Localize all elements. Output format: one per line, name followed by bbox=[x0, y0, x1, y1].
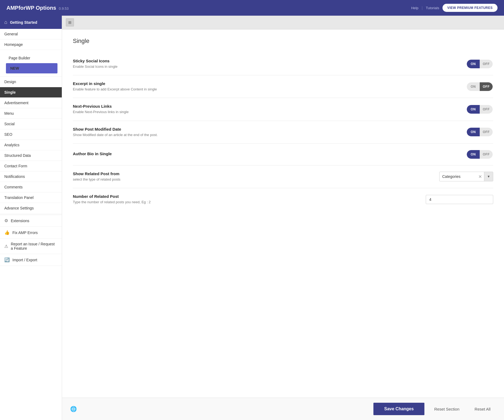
sidebar-link-contact-form[interactable]: Contact Form bbox=[0, 161, 62, 171]
related-post-label-group: Show Related Post from select the type o… bbox=[73, 171, 428, 182]
sidebar-item-design[interactable]: Design bbox=[0, 77, 62, 87]
author-bio-toggle[interactable]: ON OFF bbox=[466, 150, 493, 159]
header-divider: | bbox=[422, 6, 423, 10]
sidebar-item-structured-data[interactable]: Structured Data bbox=[0, 150, 62, 161]
sidebar-item-page-builder[interactable]: Page Builder NEW bbox=[0, 50, 62, 77]
sidebar-item-advertisement[interactable]: Advertisement bbox=[0, 98, 62, 108]
sidebar-getting-started[interactable]: ⌂ Getting Started bbox=[0, 16, 62, 29]
sidebar-item-menu[interactable]: Menu bbox=[0, 108, 62, 119]
sidebar-link-translation-panel[interactable]: Translation Panel bbox=[0, 192, 62, 203]
sidebar-link-homepage[interactable]: Homepage bbox=[0, 39, 62, 50]
toggle-on-label[interactable]: ON bbox=[467, 105, 480, 114]
toggle-on-label[interactable]: ON bbox=[467, 128, 480, 136]
sidebar-nav: General Homepage Page Builder NEW Design… bbox=[0, 29, 62, 214]
getting-started-label: Getting Started bbox=[10, 20, 37, 25]
header-right: Help | Tutorials VIEW PREMIUM FEATURES bbox=[411, 4, 498, 12]
sticky-social-icons-toggle[interactable]: ON OFF bbox=[466, 59, 493, 69]
num-related-post-input[interactable] bbox=[426, 195, 493, 204]
toggle-on-label[interactable]: ON bbox=[467, 150, 480, 159]
main-toolbar: ⊞ bbox=[62, 16, 504, 29]
page-title: Single bbox=[73, 38, 493, 45]
app-title: AMPforWP Options bbox=[6, 5, 56, 11]
reset-all-button[interactable]: Reset All bbox=[469, 403, 496, 415]
toggle-off-label[interactable]: OFF bbox=[480, 105, 493, 114]
tutorials-link[interactable]: Tutorials bbox=[426, 6, 439, 10]
next-prev-control: ON OFF bbox=[466, 104, 493, 114]
setting-num-related-post: Number of Related Post Type the number o… bbox=[73, 188, 493, 211]
toggle-off-label[interactable]: OFF bbox=[480, 82, 493, 91]
sidebar-link-advance-settings[interactable]: Advance Settings bbox=[0, 203, 62, 213]
sidebar-item-report-issue[interactable]: ⚠ Report an Issue / Request a Feature bbox=[0, 239, 62, 254]
sidebar-item-fix-amp-errors[interactable]: 👍 Fix AMP Errors bbox=[0, 227, 62, 239]
sidebar-item-extensions[interactable]: ⚙ Extensions bbox=[0, 215, 62, 227]
related-post-desc: select the type of related posts bbox=[73, 177, 428, 182]
excerpt-toggle[interactable]: ON OFF bbox=[466, 82, 493, 92]
grid-view-button[interactable]: ⊞ bbox=[66, 18, 74, 26]
toggle-on-label[interactable]: ON bbox=[467, 82, 480, 91]
reset-section-button[interactable]: Reset Section bbox=[429, 403, 465, 415]
modified-date-toggle[interactable]: ON OFF bbox=[466, 127, 493, 137]
sidebar-link-general[interactable]: General bbox=[0, 29, 62, 39]
num-related-post-control bbox=[426, 195, 493, 204]
next-prev-desc: Enable Next-Previous links in single bbox=[73, 110, 455, 114]
sidebar-item-social[interactable]: Social bbox=[0, 119, 62, 129]
sidebar-link-comments[interactable]: Comments bbox=[0, 182, 62, 192]
sidebar-item-translation-panel[interactable]: Translation Panel bbox=[0, 192, 62, 203]
dropdown-arrow-icon[interactable]: ▼ bbox=[484, 172, 493, 181]
author-bio-label-group: Author Bio in Single bbox=[73, 151, 455, 157]
extensions-label: Extensions bbox=[11, 219, 29, 223]
num-related-post-title: Number of Related Post bbox=[73, 194, 415, 199]
import-export-label: Import / Export bbox=[12, 258, 37, 262]
sidebar-link-design[interactable]: Design bbox=[0, 77, 62, 87]
sidebar-item-analytics[interactable]: Analytics bbox=[0, 140, 62, 150]
sticky-social-icons-title: Sticky Social Icons bbox=[73, 59, 455, 63]
sidebar-link-structured-data[interactable]: Structured Data bbox=[0, 150, 62, 161]
toggle-off-label[interactable]: OFF bbox=[480, 60, 493, 68]
sidebar-link-analytics[interactable]: Analytics bbox=[0, 140, 62, 150]
sidebar-item-advance-settings[interactable]: Advance Settings bbox=[0, 203, 62, 214]
sidebar-link-seo[interactable]: SEO bbox=[0, 129, 62, 140]
setting-related-post: Show Related Post from select the type o… bbox=[73, 165, 493, 188]
premium-button[interactable]: VIEW PREMIUM FEATURES bbox=[442, 4, 498, 12]
toggle-off-label[interactable]: OFF bbox=[480, 150, 493, 159]
sidebar-link-page-builder[interactable]: Page Builder NEW bbox=[0, 50, 62, 76]
content-area: Single Sticky Social Icons Enable Social… bbox=[62, 29, 504, 398]
excerpt-desc: Enable feature to add Excerpt above Cont… bbox=[73, 87, 455, 92]
related-post-title: Show Related Post from bbox=[73, 171, 428, 176]
dropdown-clear-icon[interactable]: ✕ bbox=[476, 174, 484, 179]
sidebar-item-notifications[interactable]: Notifications bbox=[0, 171, 62, 182]
sidebar-item-general[interactable]: General bbox=[0, 29, 62, 39]
setting-author-bio: Author Bio in Single ON OFF bbox=[73, 144, 493, 165]
related-post-control: Categories ✕ ▼ bbox=[439, 172, 493, 181]
sidebar-item-contact-form[interactable]: Contact Form bbox=[0, 161, 62, 171]
sidebar-item-import-export[interactable]: 🔄 Import / Export bbox=[0, 254, 62, 266]
main-area: ⊞ Single Sticky Social Icons Enable Soci… bbox=[62, 16, 504, 420]
footer: 🌐 Save Changes Reset Section Reset All bbox=[62, 398, 504, 420]
sidebar-item-homepage[interactable]: Homepage bbox=[0, 39, 62, 50]
sidebar-link-advertisement[interactable]: Advertisement bbox=[0, 98, 62, 108]
sticky-social-icons-desc: Enable Social Icons in single bbox=[73, 64, 455, 69]
header: AMPforWP Options 0.9.53 Help | Tutorials… bbox=[0, 0, 504, 16]
sidebar-item-comments[interactable]: Comments bbox=[0, 182, 62, 192]
next-prev-toggle[interactable]: ON OFF bbox=[466, 104, 493, 114]
toggle-on-label[interactable]: ON bbox=[467, 60, 480, 68]
modified-date-title: Show Post Modified Date bbox=[73, 127, 455, 131]
sidebar-item-seo[interactable]: SEO bbox=[0, 129, 62, 140]
help-link[interactable]: Help bbox=[411, 6, 418, 10]
fix-amp-errors-label: Fix AMP Errors bbox=[12, 231, 38, 235]
modified-date-label-group: Show Post Modified Date Show Modified da… bbox=[73, 127, 455, 137]
sidebar-link-notifications[interactable]: Notifications bbox=[0, 171, 62, 182]
setting-show-post-modified-date: Show Post Modified Date Show Modified da… bbox=[73, 121, 493, 144]
author-bio-control: ON OFF bbox=[466, 150, 493, 159]
toggle-off-label[interactable]: OFF bbox=[480, 128, 493, 136]
sidebar-link-social[interactable]: Social bbox=[0, 119, 62, 129]
sidebar-item-single[interactable]: Single bbox=[0, 87, 62, 98]
app-version: 0.9.53 bbox=[59, 6, 69, 11]
sidebar: ⌂ Getting Started General Homepage Page … bbox=[0, 16, 62, 420]
related-post-dropdown[interactable]: Categories ✕ ▼ bbox=[439, 172, 493, 181]
save-changes-button[interactable]: Save Changes bbox=[373, 403, 424, 415]
setting-next-previous-links: Next-Previous Links Enable Next-Previous… bbox=[73, 98, 493, 121]
sidebar-link-menu[interactable]: Menu bbox=[0, 108, 62, 118]
setting-sticky-social-icons: Sticky Social Icons Enable Social Icons … bbox=[73, 53, 493, 75]
sidebar-link-single[interactable]: Single bbox=[0, 87, 62, 97]
